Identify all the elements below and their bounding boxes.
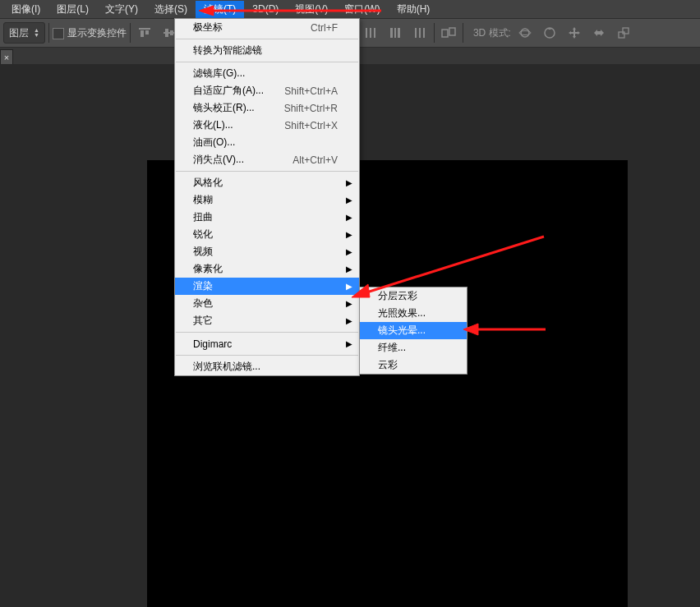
annotation-arrow-icon bbox=[462, 320, 552, 338]
svg-line-45 bbox=[362, 237, 544, 294]
submenu-item-clouds[interactable]: 云彩 bbox=[360, 356, 467, 374]
menu-item-vanishing-point[interactable]: 消失点(V)... Alt+Ctrl+V bbox=[175, 151, 359, 168]
layer-target-label: 图层 bbox=[9, 26, 29, 40]
menu-item-label: 滤镜库(G)... bbox=[193, 67, 338, 80]
menu-item-blur[interactable]: 模糊 ▶ bbox=[175, 191, 359, 209]
menu-label: 选择(S) bbox=[154, 3, 187, 15]
svg-rect-2 bbox=[145, 30, 149, 34]
svg-rect-28 bbox=[370, 28, 371, 38]
svg-rect-27 bbox=[366, 28, 367, 38]
menu-item-video[interactable]: 视频 ▶ bbox=[175, 243, 359, 260]
menu-item-label: 光照效果... bbox=[378, 306, 445, 320]
submenu-item-fibers[interactable]: 纤维... bbox=[360, 339, 467, 356]
menu-separator bbox=[176, 332, 358, 333]
menu-item-label: Digimarc bbox=[193, 338, 338, 350]
menu-item-shortcut: Ctrl+F bbox=[311, 22, 338, 34]
menu-type[interactable]: 文字(Y) bbox=[97, 1, 146, 18]
menu-item-label: 自适应广角(A)... bbox=[193, 84, 265, 98]
menu-select[interactable]: 选择(S) bbox=[146, 1, 196, 18]
show-transform-checkbox[interactable] bbox=[53, 28, 64, 39]
menu-item-label: 模糊 bbox=[193, 193, 338, 207]
svg-rect-35 bbox=[423, 28, 425, 38]
menu-item-label: 镜头光晕... bbox=[378, 324, 445, 338]
menu-item-adaptive-wide-angle[interactable]: 自适应广角(A)... Shift+Ctrl+A bbox=[175, 82, 359, 99]
menu-label: 图像(I) bbox=[12, 3, 40, 15]
menu-item-other[interactable]: 其它 ▶ bbox=[175, 312, 359, 329]
submenu-item-lens-flare[interactable]: 镜头光晕... bbox=[360, 322, 467, 339]
menu-item-label: 杂色 bbox=[193, 297, 338, 310]
menu-item-label: 极坐标 bbox=[193, 21, 291, 34]
menu-item-browse-online[interactable]: 浏览联机滤镜... bbox=[175, 358, 359, 375]
menu-item-filter-gallery[interactable]: 滤镜库(G)... bbox=[175, 65, 359, 82]
3d-orbit-icon[interactable] bbox=[514, 23, 536, 43]
annotation-arrow-icon bbox=[345, 230, 550, 304]
submenu-arrow-icon: ▶ bbox=[346, 213, 352, 222]
svg-rect-1 bbox=[140, 30, 144, 37]
menu-item-label: 其它 bbox=[193, 314, 338, 328]
menu-item-shortcut: Alt+Ctrl+V bbox=[292, 154, 338, 166]
3d-scale-icon[interactable] bbox=[613, 23, 634, 43]
submenu-arrow-icon: ▶ bbox=[346, 195, 352, 205]
layer-target-select[interactable]: 图层 ▲▼ bbox=[3, 22, 45, 44]
menu-item-oil-paint[interactable]: 油画(O)... bbox=[175, 134, 359, 151]
distribute-right-icon[interactable] bbox=[409, 23, 431, 43]
menu-item-shortcut: Shift+Ctrl+X bbox=[284, 120, 338, 131]
document-tab[interactable]: × bbox=[0, 49, 13, 66]
menu-label: 图层(L) bbox=[57, 3, 89, 15]
svg-rect-5 bbox=[170, 30, 173, 35]
menu-item-sharpen[interactable]: 锐化 ▶ bbox=[175, 226, 359, 243]
svg-rect-36 bbox=[442, 30, 448, 37]
svg-marker-48 bbox=[463, 324, 478, 335]
menu-item-label: 扭曲 bbox=[193, 210, 338, 224]
show-transform-label: 显示变换控件 bbox=[67, 26, 127, 40]
menu-item-label: 纤维... bbox=[378, 341, 445, 355]
menu-separator bbox=[176, 355, 358, 356]
submenu-arrow-icon: ▶ bbox=[346, 316, 352, 325]
align-top-edges-icon[interactable] bbox=[134, 23, 155, 43]
menu-item-liquify[interactable]: 液化(L)... Shift+Ctrl+X bbox=[175, 117, 359, 134]
menu-item-label: 浏览联机滤镜... bbox=[193, 360, 338, 374]
mode-3d-label: 3D 模式: bbox=[473, 26, 511, 40]
menu-item-label: 消失点(V)... bbox=[193, 153, 273, 167]
distribute-hcenter-icon[interactable] bbox=[385, 23, 406, 43]
svg-point-38 bbox=[521, 29, 529, 37]
svg-rect-4 bbox=[165, 29, 168, 37]
menu-item-stylize[interactable]: 风格化 ▶ bbox=[175, 174, 359, 191]
menu-item-label: 渲染 bbox=[193, 279, 338, 293]
menu-item-noise[interactable]: 杂色 ▶ bbox=[175, 295, 359, 312]
svg-rect-32 bbox=[398, 28, 400, 38]
separator bbox=[48, 23, 49, 43]
svg-rect-41 bbox=[619, 32, 624, 38]
distribute-left-icon[interactable] bbox=[360, 23, 381, 43]
svg-marker-46 bbox=[352, 284, 370, 297]
separator bbox=[130, 23, 131, 43]
svg-rect-29 bbox=[374, 28, 375, 38]
close-icon[interactable]: × bbox=[4, 53, 9, 62]
menu-item-smart-filter[interactable]: 转换为智能滤镜 bbox=[175, 42, 359, 59]
menu-image[interactable]: 图像(I) bbox=[3, 1, 48, 18]
svg-rect-30 bbox=[390, 28, 393, 38]
menu-item-pixelate[interactable]: 像素化 ▶ bbox=[175, 260, 359, 278]
3d-roll-icon[interactable] bbox=[539, 23, 560, 43]
menu-layer[interactable]: 图层(L) bbox=[48, 1, 97, 18]
3d-slide-icon[interactable] bbox=[588, 23, 610, 43]
submenu-arrow-icon: ▶ bbox=[346, 178, 352, 187]
menu-item-last-filter[interactable]: 极坐标 Ctrl+F bbox=[175, 19, 359, 36]
menu-help[interactable]: 帮助(H) bbox=[389, 1, 439, 18]
svg-rect-31 bbox=[394, 28, 396, 38]
separator bbox=[463, 23, 463, 43]
svg-rect-42 bbox=[623, 28, 629, 34]
menu-item-distort[interactable]: 扭曲 ▶ bbox=[175, 209, 359, 226]
svg-rect-0 bbox=[139, 28, 150, 30]
menu-item-shortcut: Shift+Ctrl+R bbox=[284, 103, 338, 114]
svg-rect-34 bbox=[419, 28, 421, 38]
menu-item-label: 油画(O)... bbox=[193, 136, 338, 149]
menu-item-digimarc[interactable]: Digimarc ▶ bbox=[175, 335, 359, 352]
menu-item-lens-correction[interactable]: 镜头校正(R)... Shift+Ctrl+R bbox=[175, 99, 359, 117]
menu-item-render[interactable]: 渲染 ▶ bbox=[175, 278, 359, 295]
3d-pan-icon[interactable] bbox=[564, 23, 585, 43]
submenu-item-lighting-effects[interactable]: 光照效果... bbox=[360, 305, 467, 322]
auto-align-icon[interactable] bbox=[438, 23, 459, 43]
menu-item-shortcut: Shift+Ctrl+A bbox=[284, 85, 338, 97]
menu-separator bbox=[176, 62, 358, 62]
